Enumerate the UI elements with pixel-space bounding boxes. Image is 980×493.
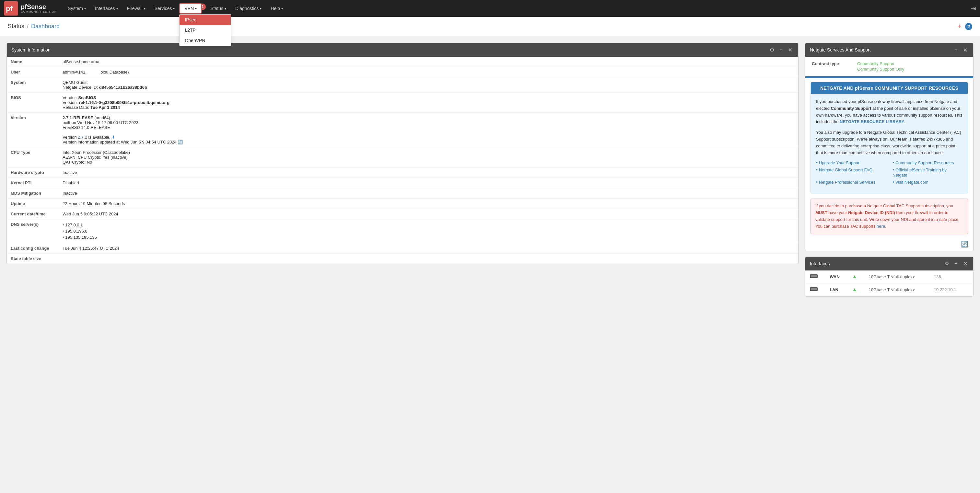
row-value: admin@141. .ocal Database): [59, 67, 798, 78]
add-widget-button[interactable]: +: [957, 23, 961, 30]
system-info-minimize-icon[interactable]: −: [778, 46, 784, 54]
row-label: CPU Type: [7, 147, 59, 168]
netgate-panel-title: Netgate Services And Support: [810, 47, 871, 52]
table-row: MDS Mitigation Inactive: [7, 188, 798, 198]
contract-row: Contract type Community Support Communit…: [805, 57, 973, 76]
interface-type-cell: 10Gbase-T <full-duplex>: [864, 271, 929, 284]
interfaces-minimize-icon[interactable]: −: [953, 260, 959, 267]
system-info-panel: System Information ⚙ − ✕ Name pfSense.ho…: [6, 43, 799, 264]
upgrade-support-link[interactable]: Upgrade Your Support: [819, 160, 861, 165]
wan-status-icon: ▲: [852, 274, 857, 279]
breadcrumb-dashboard[interactable]: Dashboard: [31, 23, 60, 30]
system-info-close-icon[interactable]: ✕: [786, 46, 794, 54]
nav-services[interactable]: Services ▾: [150, 4, 180, 13]
caret-system: ▾: [84, 7, 86, 10]
vpn-ipsec[interactable]: IPsec: [180, 14, 231, 25]
interfaces-config-icon[interactable]: ⚙: [943, 260, 950, 267]
nav-interfaces[interactable]: Interfaces ▾: [91, 4, 122, 13]
visit-netgate-link[interactable]: Visit Netgate.com: [896, 180, 929, 185]
left-panel: System Information ⚙ − ✕ Name pfSense.ho…: [6, 43, 799, 297]
professional-services-link[interactable]: Netgate Professional Services: [819, 180, 875, 185]
nav-system[interactable]: System ▾: [63, 4, 91, 13]
pfsense-training-link[interactable]: Official pfSense Training by Netgate: [892, 168, 947, 178]
row-value: 2.7.1-RELEASE (amd64) built on Wed Nov 1…: [59, 113, 798, 147]
netgate-panel: Netgate Services And Support − ✕ Contrac…: [805, 43, 974, 251]
version-download-icon[interactable]: ⬇: [111, 135, 115, 139]
row-value: Intel Xeon Processor (Cascadelake)AES-NI…: [59, 147, 798, 168]
caret-status: ▾: [224, 7, 226, 10]
refresh-row: 🔄: [805, 239, 973, 251]
tac-purchase-link[interactable]: here: [877, 224, 885, 229]
support-link-item: •Upgrade Your Support: [816, 160, 886, 165]
resource-library-link[interactable]: NETGATE RESOURCE LIBRARY: [840, 119, 904, 124]
interfaces-panel-header: Interfaces ⚙ − ✕: [805, 257, 973, 271]
version-refresh-icon[interactable]: 🔄: [178, 139, 183, 144]
nav-help[interactable]: Help ▾: [266, 4, 288, 13]
netgate-panel-header: Netgate Services And Support − ✕: [805, 43, 973, 57]
interface-row-wan: WAN ▲ 10Gbase-T <full-duplex> 136.: [805, 271, 973, 284]
vpn-l2tp[interactable]: L2TP: [180, 25, 231, 35]
caret-interfaces: ▾: [116, 7, 118, 10]
support-link-item: •Netgate Global Support FAQ: [816, 167, 886, 178]
vpn-dropdown: IPsec L2TP OpenVPN: [179, 14, 231, 46]
row-label: State table size: [7, 254, 59, 264]
row-label: BIOS: [7, 93, 59, 113]
table-row: User admin@141. .ocal Database): [7, 67, 798, 78]
table-row: System QEMU GuestNetgate Device ID: d845…: [7, 78, 798, 93]
warning-box: If you decide to purchase a Netgate Glob…: [810, 198, 968, 234]
support-links-grid: •Upgrade Your Support •Community Support…: [816, 160, 963, 185]
nav-firewall[interactable]: Firewall ▾: [123, 4, 150, 13]
warning-text: If you decide to purchase a Netgate Glob…: [815, 203, 959, 228]
nav-items: System ▾ Interfaces ▾ Firewall ▾ Service…: [63, 3, 970, 14]
caret-diagnostics: ▾: [260, 7, 261, 10]
row-label: Kernel PTI: [7, 178, 59, 188]
right-panel: Netgate Services And Support − ✕ Contrac…: [805, 43, 974, 297]
system-info-title: System Information: [11, 47, 51, 52]
row-value: QEMU GuestNetgate Device ID: d8456541a1b…: [59, 78, 798, 93]
help-button[interactable]: ?: [965, 23, 972, 30]
system-info-header: System Information ⚙ − ✕: [7, 43, 798, 57]
system-info-icons: ⚙ − ✕: [768, 46, 794, 54]
interfaces-panel-icons: ⚙ − ✕: [943, 260, 969, 267]
row-label: Current date/time: [7, 209, 59, 219]
interface-ip-cell: 136.: [929, 271, 973, 284]
caret-firewall: ▾: [144, 7, 145, 10]
wan-icon: [810, 274, 818, 279]
row-value: [59, 254, 798, 264]
support-link-item: •Netgate Professional Services: [816, 179, 886, 185]
support-box: NETGATE AND pfSense COMMUNITY SUPPORT RE…: [810, 82, 968, 193]
row-label: Name: [7, 57, 59, 67]
lan-icon: [810, 287, 818, 292]
contract-value2[interactable]: Community Support Only: [857, 67, 904, 71]
nav-status[interactable]: Status ▾: [206, 4, 231, 13]
nav-vpn[interactable]: VPN ▾: [179, 3, 202, 14]
version-link[interactable]: 2.7.2: [78, 135, 87, 139]
caret-vpn: ▾: [195, 7, 197, 10]
interfaces-close-icon[interactable]: ✕: [961, 260, 969, 267]
support-para2: You also may upgrade to a Netgate Global…: [816, 129, 963, 156]
netgate-refresh-icon[interactable]: 🔄: [961, 241, 968, 248]
lan-status-icon: ▲: [852, 287, 857, 292]
nav-right: ⇥: [970, 5, 976, 12]
table-row: Version 2.7.1-RELEASE (amd64) built on W…: [7, 113, 798, 147]
community-resources-link[interactable]: Community Support Resources: [896, 160, 954, 165]
vpn-openvpn[interactable]: OpenVPN: [180, 35, 231, 46]
navbar: pf pfSense COMMUNITY EDITION System ▾ In…: [0, 0, 980, 17]
row-value: Inactive: [59, 188, 798, 198]
logout-icon[interactable]: ⇥: [970, 5, 976, 12]
nav-diagnostics[interactable]: Diagnostics ▾: [231, 4, 266, 13]
interface-status-cell: ▲: [848, 271, 864, 284]
support-link-item: •Official pfSense Training by Netgate: [892, 167, 963, 178]
interface-type-cell: 10Gbase-T <full-duplex>: [864, 283, 929, 296]
netgate-close-icon[interactable]: ✕: [961, 46, 969, 54]
global-support-faq-link[interactable]: Netgate Global Support FAQ: [819, 168, 872, 172]
table-row: CPU Type Intel Xeon Processor (Cascadela…: [7, 147, 798, 168]
contract-value1[interactable]: Community Support: [857, 61, 904, 66]
row-label: DNS server(s): [7, 219, 59, 243]
table-row: DNS server(s) 127.0.0.1 195.8.195.8 195.…: [7, 219, 798, 243]
system-info-config-icon[interactable]: ⚙: [768, 46, 775, 54]
system-info-table: Name pfSense.home.arpa User admin@141. .…: [7, 57, 798, 264]
netgate-minimize-icon[interactable]: −: [953, 46, 959, 54]
breadcrumb-separator: /: [27, 23, 29, 30]
row-label: User: [7, 67, 59, 78]
